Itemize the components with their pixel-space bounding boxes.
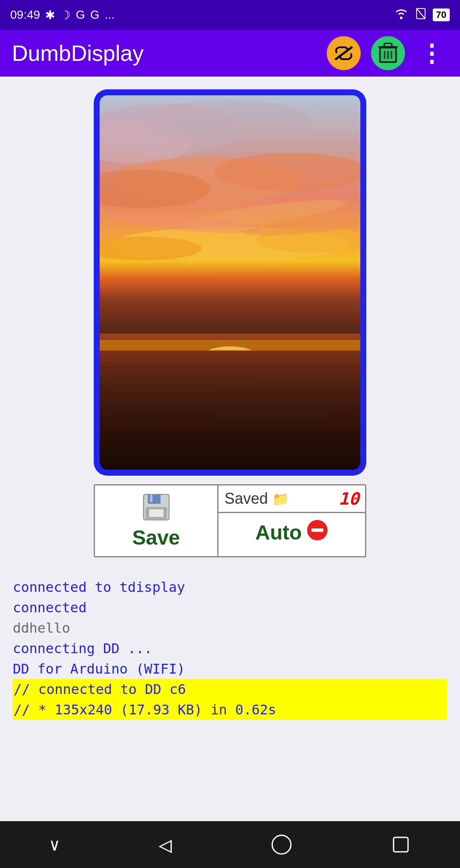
svg-rect-39 <box>150 494 152 502</box>
save-label: Save <box>132 526 180 549</box>
svg-rect-6 <box>384 43 392 47</box>
log-line-5: DD for Arduino (WIFI) <box>13 659 447 679</box>
stop-icon <box>306 519 328 546</box>
battery-display: 70 <box>433 9 450 21</box>
svg-point-0 <box>400 17 402 19</box>
log-line-2: connected <box>13 597 447 618</box>
display-frame <box>94 89 366 476</box>
log-section: connected to tdisplay connected ddhello … <box>0 570 460 727</box>
nav-recents-button[interactable] <box>391 835 411 854</box>
svg-rect-11 <box>380 47 396 62</box>
saved-label: Saved 📁 <box>224 490 289 508</box>
nav-home-button[interactable] <box>271 834 292 855</box>
toolbar-actions: ⋮ <box>327 36 448 70</box>
signal-icon <box>416 8 426 22</box>
svg-point-44 <box>272 835 291 854</box>
wifi-icon <box>394 8 409 22</box>
link-button[interactable] <box>327 36 361 70</box>
auto-label: Auto <box>255 521 302 544</box>
save-button[interactable]: Save <box>95 485 218 556</box>
status-right: 70 <box>394 8 450 22</box>
app-bar: DumbDisplay ⋮ <box>0 30 460 77</box>
log-line-3: ddhello <box>13 618 447 638</box>
app-title: DumbDisplay <box>12 40 327 66</box>
floppy-icon <box>141 492 171 526</box>
log-line-7: // * 135x240 (17.93 KB) in 0.62s <box>13 700 447 720</box>
display-image <box>100 95 360 470</box>
nav-bar: ∨ ◁ <box>0 821 460 868</box>
saved-row: Saved 📁 10 <box>218 485 365 513</box>
svg-rect-41 <box>149 509 164 517</box>
main-content: Save Saved 📁 10 Auto <box>0 77 460 570</box>
moon-icon: ☽ <box>60 8 71 22</box>
auto-button[interactable]: Auto <box>218 513 365 552</box>
saved-count: 10 <box>339 489 359 508</box>
svg-line-2 <box>417 9 425 19</box>
log-line-6: // connected to DD c6 <box>13 679 447 700</box>
status-left: 09:49 ✱ ☽ G G ... <box>10 8 115 22</box>
controls-row: Save Saved 📁 10 Auto <box>94 484 366 557</box>
time-display: 09:49 <box>10 8 40 22</box>
delete-button[interactable] <box>371 36 405 70</box>
svg-rect-45 <box>394 837 408 852</box>
more-button[interactable]: ⋮ <box>415 36 448 70</box>
svg-rect-38 <box>148 494 161 504</box>
svg-rect-43 <box>311 528 323 532</box>
nav-back-button[interactable]: ◁ <box>158 832 172 857</box>
log-line-1: connected to tdisplay <box>13 577 447 597</box>
right-controls: Saved 📁 10 Auto <box>218 485 365 556</box>
svg-point-16 <box>142 100 313 142</box>
carrier-g2: G <box>90 8 100 22</box>
log-line-4: connecting DD ... <box>13 638 447 659</box>
carrier-dots: ... <box>105 8 115 22</box>
nav-down-button[interactable]: ∨ <box>49 835 60 854</box>
folder-icon: 📁 <box>272 491 289 507</box>
status-bar: 09:49 ✱ ☽ G G ... 70 <box>0 0 460 30</box>
bluetooth-icon: ✱ <box>45 8 55 22</box>
carrier-g1: G <box>76 8 85 22</box>
